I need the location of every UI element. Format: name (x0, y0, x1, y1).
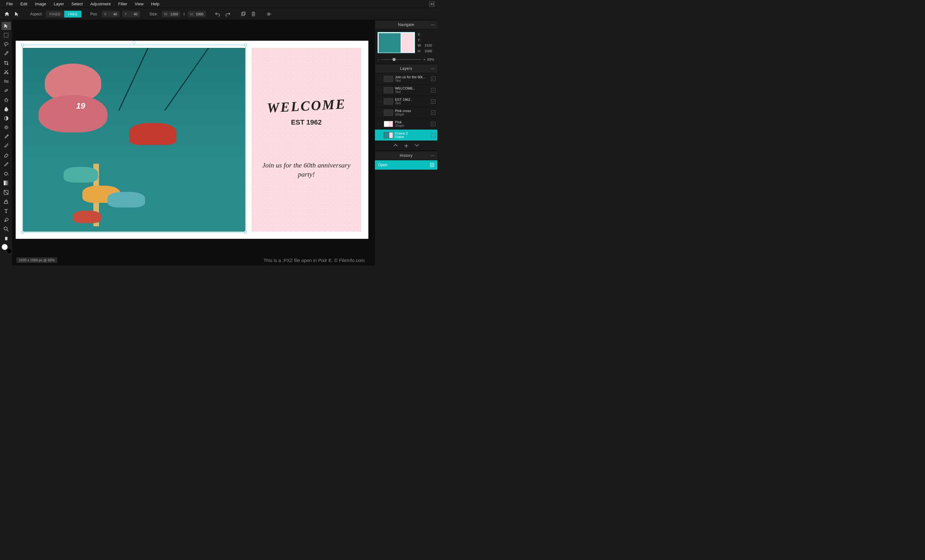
layer-add-button[interactable] (404, 144, 408, 148)
collapse-right-icon[interactable] (429, 1, 435, 7)
menu-view[interactable]: View (131, 0, 147, 8)
layer-thumbnail[interactable] (384, 76, 393, 82)
move-tool[interactable] (2, 22, 11, 30)
zoom-out-button[interactable]: - (378, 58, 379, 62)
layer-item[interactable]: ⋮⋮ Frame 2Frame ✓ (375, 130, 437, 141)
layer-visibility-checkbox[interactable]: ✓ (431, 77, 435, 81)
canvas-pink-panel[interactable]: WELCOME EST 1962 Join us for the 60th an… (252, 48, 361, 232)
delete-button[interactable] (249, 10, 258, 18)
pos-y-field[interactable]: Y 40 (122, 11, 140, 17)
menu-select[interactable]: Select (68, 0, 86, 8)
text-tool[interactable] (2, 207, 11, 215)
aspect-fixed-button[interactable]: FIXED (46, 11, 64, 18)
foreground-color-swatch[interactable] (2, 244, 8, 250)
navigate-collapse-icon[interactable]: — (431, 23, 435, 27)
size-h-field[interactable]: H 1000 (188, 11, 206, 17)
menu-image[interactable]: Image (31, 0, 50, 8)
liquify-tool[interactable] (2, 77, 11, 86)
brush-tool[interactable] (2, 142, 11, 150)
blur-tool[interactable] (2, 105, 11, 113)
layer-visibility-checkbox[interactable]: ✓ (431, 99, 435, 104)
canvas-artboard[interactable]: 19 WELCOME EST 1962 Join us for the 60th… (16, 41, 368, 239)
menu-layer[interactable]: Layer (50, 0, 68, 8)
layer-item[interactable]: ⋮⋮ Join us for the 60t…Text ✓ (375, 73, 437, 84)
menu-file[interactable]: File (3, 0, 17, 8)
gradient-tool[interactable] (2, 179, 11, 187)
zoom-in-button[interactable]: + (423, 58, 425, 62)
menu-adjustment[interactable]: Adjustment (86, 0, 114, 8)
navigate-panel-title[interactable]: Navigate — (375, 20, 437, 29)
aspect-free-button[interactable]: FREE (64, 11, 81, 18)
layer-name[interactable]: WELCOME.. (395, 86, 429, 90)
layer-item[interactable]: ⋮⋮ EST 1962..Text ✓ (375, 96, 437, 107)
resize-handle-bl[interactable] (21, 231, 24, 234)
fill-tool[interactable] (2, 170, 11, 178)
resize-handle-tr[interactable] (244, 44, 247, 47)
selection-outline[interactable] (22, 45, 246, 233)
layer-visibility-checkbox[interactable]: ✓ (431, 122, 435, 126)
layer-item[interactable]: ⋮⋮ Pink crossShape ✓ (375, 107, 437, 118)
layer-item[interactable]: ⋮⋮ WELCOME..Text ✓ (375, 84, 437, 96)
layer-name[interactable]: Pink (395, 120, 429, 124)
navigate-thumbnail[interactable] (377, 32, 415, 53)
color-replace-tool[interactable] (2, 161, 11, 169)
pos-x-field[interactable]: X 40 (101, 11, 119, 17)
layer-grip-icon[interactable]: ⋮⋮ (377, 134, 382, 137)
layer-thumbnail[interactable] (384, 110, 393, 116)
menu-edit[interactable]: Edit (17, 0, 31, 8)
pen-tool[interactable] (2, 216, 11, 224)
color-swatches[interactable] (2, 244, 11, 253)
dodge-burn-tool[interactable] (2, 114, 11, 122)
hand-tool[interactable] (2, 234, 11, 243)
zoom-slider-thumb[interactable] (393, 58, 396, 61)
canvas-text-est[interactable]: EST 1962 (291, 118, 322, 126)
move-tool-icon[interactable] (12, 10, 21, 18)
layer-grip-icon[interactable]: ⋮⋮ (377, 122, 382, 126)
marquee-tool[interactable] (2, 31, 11, 39)
redo-button[interactable] (223, 10, 232, 18)
canvas-viewport[interactable]: 19 WELCOME EST 1962 Join us for the 60th… (12, 20, 375, 266)
duplicate-button[interactable] (239, 10, 248, 18)
layer-name[interactable]: Pink cross (395, 109, 429, 113)
layer-visibility-checkbox[interactable]: ✓ (431, 88, 435, 92)
resize-handle-tl[interactable] (21, 44, 24, 47)
layer-name[interactable]: EST 1962.. (395, 98, 429, 101)
wand-tool[interactable] (2, 50, 11, 58)
layer-thumbnail[interactable] (384, 87, 393, 93)
layer-grip-icon[interactable]: ⋮⋮ (377, 111, 382, 114)
resize-handle-br[interactable] (244, 231, 247, 234)
settings-button[interactable] (265, 10, 273, 18)
layer-down-button[interactable] (415, 144, 419, 148)
layer-grip-icon[interactable]: ⋮⋮ (377, 77, 382, 80)
layer-item[interactable]: ⋮⋮ PinkShape ✓ (375, 118, 437, 130)
layer-grip-icon[interactable]: ⋮⋮ (377, 88, 382, 92)
zoom-slider[interactable] (381, 59, 422, 60)
crop-tool[interactable] (2, 59, 11, 67)
layers-collapse-icon[interactable]: — (431, 66, 435, 71)
sponge-tool[interactable] (2, 124, 11, 132)
history-panel-title[interactable]: History — (375, 151, 437, 160)
undo-button[interactable] (213, 10, 222, 18)
rotate-handle[interactable] (133, 41, 136, 44)
canvas-text-welcome[interactable]: WELCOME (266, 96, 346, 116)
canvas-text-join[interactable]: Join us for the 60th anniversary party! (252, 161, 361, 179)
layers-panel-title[interactable]: Layers — (375, 64, 437, 73)
eraser-tool[interactable] (2, 151, 11, 159)
size-w-field[interactable]: W 1200 (162, 11, 181, 17)
layer-name[interactable]: Join us for the 60t… (395, 75, 429, 79)
clone-stamp-tool[interactable] (2, 96, 11, 104)
layer-thumbnail[interactable] (384, 121, 393, 127)
eyedropper-tool[interactable] (2, 133, 11, 141)
history-collapse-icon[interactable]: — (431, 153, 435, 158)
shape-tool[interactable] (2, 188, 11, 196)
heal-tool[interactable] (2, 87, 11, 95)
lasso-tool[interactable] (2, 41, 11, 48)
layer-visibility-checkbox[interactable]: ✓ (431, 133, 435, 137)
home-icon[interactable] (3, 10, 11, 18)
bucket-tool[interactable] (2, 198, 11, 206)
menu-help[interactable]: Help (147, 0, 163, 8)
layer-thumbnail[interactable] (384, 132, 393, 138)
layer-grip-icon[interactable]: ⋮⋮ (377, 99, 382, 103)
history-item[interactable]: Open (375, 160, 437, 170)
layer-thumbnail[interactable] (384, 98, 393, 105)
